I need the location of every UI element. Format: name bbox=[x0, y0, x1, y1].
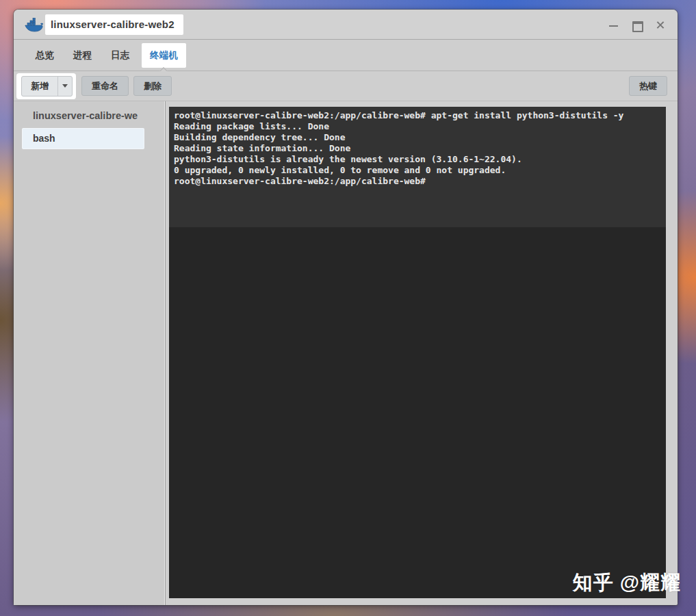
container-detail-window: linuxserver-calibre-web2 总览 进程 日志 终端机 新增… bbox=[14, 10, 678, 605]
titlebar: linuxserver-calibre-web2 bbox=[14, 10, 678, 40]
terminal-session-sidebar: linuxserver-calibre-we bash bbox=[14, 101, 166, 605]
minimize-icon[interactable] bbox=[608, 20, 619, 30]
terminal-line: Reading package lists... Done bbox=[174, 121, 662, 132]
terminal-screen: root@linuxserver-calibre-web2:/app/calib… bbox=[169, 107, 666, 227]
terminal-line: root@linuxserver-calibre-web2:/app/calib… bbox=[174, 176, 662, 187]
content-area: linuxserver-calibre-we bash root@linuxse… bbox=[14, 101, 678, 605]
zhihu-watermark: 知乎 @耀耀 bbox=[573, 569, 681, 597]
window-title: linuxserver-calibre-web2 bbox=[45, 14, 183, 35]
add-button-highlight: 新增 bbox=[16, 73, 76, 99]
tab-process[interactable]: 进程 bbox=[66, 43, 99, 68]
add-button[interactable]: 新增 bbox=[22, 77, 57, 96]
tab-bar: 总览 进程 日志 终端机 bbox=[14, 40, 678, 71]
tab-terminal[interactable]: 终端机 bbox=[142, 43, 186, 68]
rename-button[interactable]: 重命名 bbox=[81, 76, 129, 96]
window-controls bbox=[608, 10, 665, 40]
terminal-line: Reading state information... Done bbox=[174, 143, 662, 154]
maximize-icon[interactable] bbox=[632, 20, 642, 30]
sidebar-container-name: linuxserver-calibre-we bbox=[14, 110, 165, 121]
caret-down-icon bbox=[62, 84, 68, 88]
docker-whale-icon bbox=[24, 17, 43, 32]
terminal-output[interactable]: root@linuxserver-calibre-web2:/app/calib… bbox=[169, 107, 666, 598]
terminal-panel: root@linuxserver-calibre-web2:/app/calib… bbox=[166, 101, 678, 605]
terminal-line: python3-distutils is already the newest … bbox=[174, 154, 662, 165]
session-item-bash[interactable]: bash bbox=[23, 129, 144, 149]
toolbar: 新增 重命名 删除 热键 bbox=[14, 71, 678, 101]
add-dropdown-button[interactable] bbox=[57, 77, 72, 96]
delete-button[interactable]: 删除 bbox=[133, 76, 172, 96]
tab-overview[interactable]: 总览 bbox=[29, 43, 61, 68]
terminal-line: root@linuxserver-calibre-web2:/app/calib… bbox=[174, 110, 662, 121]
terminal-line: 0 upgraded, 0 newly installed, 0 to remo… bbox=[174, 165, 662, 176]
close-icon[interactable] bbox=[655, 20, 665, 30]
terminal-line: Building dependency tree... Done bbox=[174, 132, 662, 143]
tab-logs[interactable]: 日志 bbox=[104, 43, 136, 68]
add-split-button: 新增 bbox=[21, 76, 73, 97]
hotkey-button[interactable]: 热键 bbox=[629, 76, 667, 96]
